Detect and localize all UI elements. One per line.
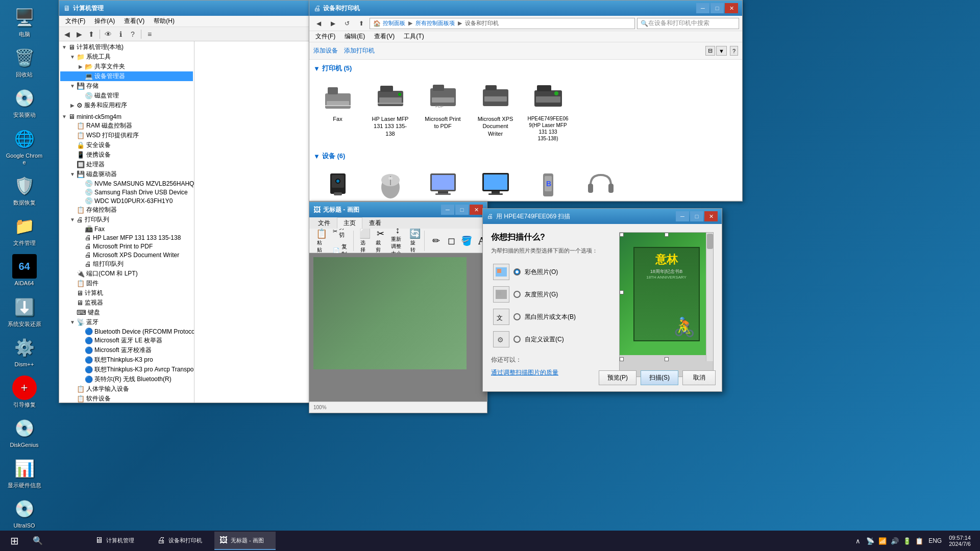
paint-canvas-wrapper[interactable] — [309, 253, 487, 402]
preview-button[interactable]: 预览(P) — [599, 370, 636, 385]
toolbar-properties[interactable]: ℹ — [115, 29, 126, 40]
search-box[interactable]: 🔍 在设备和打印机中搜索 — [637, 18, 739, 29]
menu-view[interactable]: 查看(V) — [370, 31, 399, 42]
device-computer[interactable]: MININT-CK5M G4M — [419, 165, 467, 200]
desktop-icon-aida[interactable]: 64 AIDA64 — [5, 254, 43, 287]
tree-shared-folders[interactable]: ▶ 📂 共享文件夹 — [60, 62, 193, 71]
tree-disk-drives[interactable]: ▼ 💾 磁盘驱动器 — [60, 169, 193, 179]
taskbar-dev-printers[interactable]: 🖨 设备和打印机 — [152, 532, 213, 550]
rotate-btn[interactable]: 🔄 旋转 — [408, 229, 422, 253]
tree-intel-bt[interactable]: 🔵 英特尔(R) 无线 Bluetooth(R) — [60, 374, 193, 384]
quality-link[interactable]: 通过调整扫描图片的质量 — [491, 368, 613, 377]
printer-hp[interactable]: HP Laser MFP 131 133 135-138 — [366, 77, 414, 145]
scan-option-color[interactable]: 彩色照片(O) — [491, 261, 613, 283]
maximize-button[interactable]: □ — [455, 205, 469, 215]
device-flash-drive[interactable]: Flash Drive — [313, 165, 362, 200]
tree-nvme[interactable]: 💿 NVMe SAMSUNG MZVLB256HAHQ-00000 — [60, 179, 193, 188]
scanner-maximize[interactable]: □ — [690, 211, 703, 221]
devices-section-header[interactable]: ▼ 设备 (6) — [313, 152, 738, 161]
select-btn[interactable]: ⬜ 选择 — [358, 229, 372, 253]
tree-computer-name[interactable]: ▼ 🖥 minint-ck5mg4m — [60, 112, 193, 121]
tray-volume[interactable]: 🔊 — [890, 536, 900, 546]
close-button[interactable]: ✕ — [725, 3, 738, 13]
printer-hpe[interactable]: HPE4E749FEE069(HP Laser MFP131 133135-13… — [524, 77, 572, 145]
pencil-btn[interactable]: ✏ — [429, 234, 443, 248]
resize-btn[interactable]: ↕ 重新调整大小 — [388, 229, 407, 253]
desktop-icon-displayinfo[interactable]: 📊 显示硬件信息 — [5, 456, 43, 489]
tree-samsung-flash[interactable]: 💿 Samsung Flash Drive USB Device — [60, 188, 193, 196]
add-printer-link[interactable]: 添加打印机 — [344, 46, 375, 55]
tree-root[interactable]: ▼ 🖥 计算机管理(本地) — [60, 42, 193, 52]
view-dropdown-btn[interactable]: ▼ — [716, 46, 727, 56]
tray-network[interactable]: 📶 — [877, 536, 888, 546]
desktop-icon-recycle[interactable]: 🗑️ 回收站 — [5, 45, 43, 78]
menu-help[interactable]: 帮助(H) — [150, 16, 179, 27]
printer-ms-pdf[interactable]: PDF Microsoft Print to PDF — [419, 77, 467, 145]
tab-home[interactable]: 主页 — [337, 217, 362, 229]
menu-action[interactable]: 操作(A) — [90, 16, 119, 27]
minimize-button[interactable]: ─ — [696, 3, 709, 13]
breadcrumb-item-1[interactable]: 控制面板 — [383, 20, 405, 26]
tree-com-lpt[interactable]: 🔌 端口(COM 和 LPT) — [60, 269, 193, 279]
breadcrumb-item-2[interactable]: 所有控制面板项 — [415, 20, 455, 26]
taskbar-clock[interactable]: 09:57:14 2024/7/6 — [946, 535, 974, 547]
paint-titlebar[interactable]: 🖼 无标题 - 画图 ─ □ ✕ — [309, 202, 487, 217]
add-device-link[interactable]: 添加设备 — [313, 46, 338, 55]
tree-storage-ctrl[interactable]: 📋 存储控制器 — [60, 205, 193, 215]
fill-btn[interactable]: 🪣 — [459, 234, 474, 248]
tree-thinkplus-avrcp[interactable]: 🔵 联想Thinkplus-K3 pro Avrcp Transport — [60, 365, 193, 374]
toolbar-help[interactable]: ? — [127, 29, 138, 40]
tree-ms-pdf[interactable]: 🖨 Microsoft Print to PDF — [60, 242, 193, 251]
printer-fax[interactable]: Fax — [313, 77, 362, 145]
tree-thinkplus-k3[interactable]: 🔵 联想Thinkplus-K3 pro — [60, 355, 193, 365]
toolbar-forward[interactable]: ▶ — [74, 29, 85, 40]
radio-custom[interactable] — [513, 336, 521, 343]
menu-view[interactable]: 查看(V) — [120, 16, 149, 27]
scanner-dialog-titlebar[interactable]: 🖨 用 HPE4E749FEE069 扫描 ─ □ ✕ — [483, 209, 722, 224]
menu-tools[interactable]: 工具(T) — [400, 31, 428, 42]
tree-firmware[interactable]: 📋 固件 — [60, 279, 193, 288]
tree-print-queue[interactable]: ▼ 🖨 打印队列 — [60, 215, 193, 224]
tree-hid[interactable]: 📋 人体学输入设备 — [60, 384, 193, 394]
tree-hp[interactable]: 🖨 HP Laser MFP 131 133 135-138 — [60, 233, 193, 242]
tree-bluetooth[interactable]: ▼ 📡 蓝牙 — [60, 317, 193, 327]
scanner-close[interactable]: ✕ — [704, 211, 718, 221]
menu-edit[interactable]: 编辑(E) — [340, 31, 369, 42]
address-bar[interactable]: 🏠 控制面板 ▶ 所有控制面板项 ▶ 设备和打印机 — [370, 18, 635, 29]
desktop-icon-chrome[interactable]: 🌐 Google Chrome — [5, 127, 43, 166]
tree-group-print[interactable]: 🖨 组打印队列 — [60, 259, 193, 269]
tree-ram-ctrl[interactable]: 📋 RAM 磁盘控制器 — [60, 121, 193, 131]
device-mouse[interactable]: Lenovo USB Optical Mouse — [366, 165, 414, 200]
minimize-button[interactable]: ─ — [441, 205, 454, 215]
printers-section-header[interactable]: ▼ 打印机 (5) — [313, 64, 738, 73]
menu-file[interactable]: 文件(F) — [311, 31, 339, 42]
tree-security[interactable]: 🔒 安全设备 — [60, 140, 193, 150]
nav-up[interactable]: ⬆ — [355, 18, 368, 29]
radio-color[interactable] — [513, 268, 521, 276]
crop-btn[interactable]: ✂ 裁剪 — [373, 229, 387, 253]
help-btn[interactable]: ? — [730, 46, 738, 56]
scanner-minimize[interactable]: ─ — [676, 211, 689, 221]
tree-ms-bt-calibrate[interactable]: 🔵 Microsoft 蓝牙校准器 — [60, 345, 193, 355]
desktop-icon-filemgr[interactable]: 📁 文件管理 — [5, 214, 43, 246]
menu-file[interactable]: 文件(F) — [61, 16, 89, 27]
printer-ms-xps[interactable]: Microsoft XPS Document Writer — [471, 77, 520, 145]
tray-bt[interactable]: 📡 — [865, 536, 875, 546]
cancel-button[interactable]: 取消 — [682, 370, 716, 385]
toolbar-back[interactable]: ◀ — [61, 29, 72, 40]
desktop-icon-driver[interactable]: 💿 安装驱动 — [5, 86, 43, 118]
desktop-icon-acronis[interactable]: 🛡️ 数据恢复 — [5, 173, 43, 206]
desktop-icon-diskgenius[interactable]: 💿 DiskGenius — [5, 416, 43, 448]
toolbar-extra[interactable]: ≡ — [144, 29, 155, 40]
tree-ms-xps[interactable]: 🖨 Microsoft XPS Document Writer — [60, 251, 193, 259]
desktop-icon-my-computer[interactable]: 🖥️ 电脑 — [5, 5, 43, 38]
scan-option-custom[interactable]: ⚙ 自定义设置(C) — [491, 328, 613, 350]
tree-keyboard[interactable]: ⌨ 键盘 — [60, 308, 193, 317]
tree-wsd[interactable]: 📋 WSD 打印提供程序 — [60, 131, 193, 140]
tab-file[interactable]: 文件 — [311, 217, 337, 229]
nav-forward[interactable]: ▶ — [327, 18, 339, 29]
preview-scrollbar[interactable] — [706, 233, 713, 361]
scan-option-bw[interactable]: 文 黑白照片或文本(B) — [491, 306, 613, 328]
device-bt[interactable]: B 英特尔(R) 无线 Bluetooth(R) — [524, 165, 572, 200]
tree-monitors[interactable]: 🖥 监视器 — [60, 298, 193, 308]
